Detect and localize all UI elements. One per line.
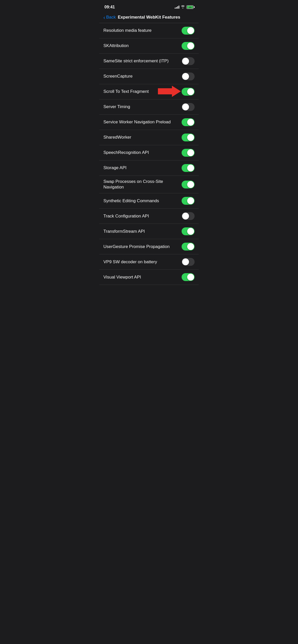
toggle-skattribution[interactable] [182,42,195,50]
toggle-server-timing[interactable] [182,103,195,111]
settings-label-transformstream-api: TransformStream API [103,229,178,234]
toggle-thumb-sharedworker [187,134,194,141]
settings-label-resolution-media-feature: Resolution media feature [103,28,178,33]
settings-row-transformstream-api: TransformStream API [99,224,199,239]
settings-row-vp9-sw-decoder: VP9 SW decoder on battery [99,254,199,270]
settings-label-swap-processes: Swap Processes on Cross-Site Navigation [103,179,178,190]
settings-row-skattribution: SKAttribution [99,38,199,54]
settings-label-storage-api: Storage API [103,165,178,171]
toggle-thumb-server-timing [182,104,189,110]
toggle-thumb-samesite-strict [182,58,189,65]
settings-label-track-configuration-api: Track Configuration API [103,213,178,219]
battery-icon: 100 [186,5,194,9]
toggle-thumb-track-configuration-api [182,213,189,219]
settings-row-synthetic-editing-commands: Synthetic Editing Commands [99,193,199,209]
nav-header: ‹ Back Experimental WebKit Features [99,13,199,23]
settings-row-scroll-to-text-fragment: Scroll To Text Fragment [99,84,199,99]
toggle-resolution-media-feature[interactable] [182,27,195,35]
toggle-thumb-swap-processes [187,181,194,188]
settings-row-resolution-media-feature: Resolution media feature [99,23,199,38]
toggle-usergesture-promise[interactable] [182,243,195,251]
toggle-storage-api[interactable] [182,164,195,172]
toggle-thumb-vp9-sw-decoder [182,258,189,265]
settings-row-visual-viewport-api: Visual Viewport API [99,270,199,285]
toggle-service-worker-nav-preload[interactable] [182,118,195,126]
toggle-thumb-storage-api [187,165,194,171]
toggle-transformstream-api[interactable] [182,227,195,235]
settings-label-synthetic-editing-commands: Synthetic Editing Commands [103,198,178,204]
toggle-thumb-service-worker-nav-preload [187,119,194,126]
settings-label-usergesture-promise: UserGesture Promise Propagation [103,244,178,250]
toggle-samesite-strict[interactable] [182,57,195,65]
settings-label-screencapture: ScreenCapture [103,74,178,79]
wifi-icon [181,5,185,9]
toggle-thumb-scroll-to-text-fragment [187,88,194,95]
toggle-synthetic-editing-commands[interactable] [182,197,195,205]
toggle-sharedworker[interactable] [182,134,195,141]
settings-row-storage-api: Storage API [99,160,199,176]
toggle-thumb-speech-recognition-api [187,149,194,156]
settings-row-screencapture: ScreenCapture [99,69,199,84]
toggle-screencapture[interactable] [182,72,195,80]
settings-row-sharedworker: SharedWorker [99,130,199,145]
settings-label-samesite-strict: SameSite strict enforcement (ITP) [103,58,178,64]
settings-label-sharedworker: SharedWorker [103,135,178,140]
toggle-swap-processes[interactable] [182,181,195,188]
signal-bars-icon [175,6,179,9]
back-button[interactable]: ‹ Back [103,15,116,20]
toggle-thumb-visual-viewport-api [187,274,194,281]
settings-label-scroll-to-text-fragment: Scroll To Text Fragment [103,89,178,94]
status-bar: 09:41 100 [99,0,199,13]
settings-label-speech-recognition-api: SpeechRecognition API [103,150,178,155]
toggle-thumb-resolution-media-feature [187,27,194,34]
toggle-visual-viewport-api[interactable] [182,273,195,281]
toggle-scroll-to-text-fragment[interactable] [182,88,195,96]
settings-list: Resolution media featureSKAttributionSam… [99,23,199,285]
back-chevron-icon: ‹ [103,15,105,20]
settings-row-speech-recognition-api: SpeechRecognition API [99,145,199,160]
settings-row-server-timing: Server Timing [99,99,199,115]
settings-label-vp9-sw-decoder: VP9 SW decoder on battery [103,259,178,265]
toggle-thumb-usergesture-promise [187,243,194,250]
settings-label-server-timing: Server Timing [103,104,178,110]
status-icons: 100 [175,5,194,9]
toggle-speech-recognition-api[interactable] [182,149,195,157]
settings-label-skattribution: SKAttribution [103,43,178,49]
toggle-track-configuration-api[interactable] [182,212,195,220]
settings-row-swap-processes: Swap Processes on Cross-Site Navigation [99,176,199,193]
page-title: Experimental WebKit Features [118,15,180,20]
toggle-thumb-synthetic-editing-commands [187,197,194,204]
settings-label-service-worker-nav-preload: Service Worker Navigation Preload [103,119,178,125]
settings-row-samesite-strict: SameSite strict enforcement (ITP) [99,54,199,69]
settings-row-usergesture-promise: UserGesture Promise Propagation [99,239,199,254]
toggle-thumb-transformstream-api [187,228,194,235]
settings-row-service-worker-nav-preload: Service Worker Navigation Preload [99,115,199,130]
settings-row-track-configuration-api: Track Configuration API [99,209,199,224]
toggle-thumb-skattribution [187,42,194,49]
toggle-vp9-sw-decoder[interactable] [182,258,195,266]
back-label: Back [106,15,116,20]
toggle-thumb-screencapture [182,73,189,80]
status-time: 09:41 [104,5,115,9]
settings-label-visual-viewport-api: Visual Viewport API [103,274,178,280]
